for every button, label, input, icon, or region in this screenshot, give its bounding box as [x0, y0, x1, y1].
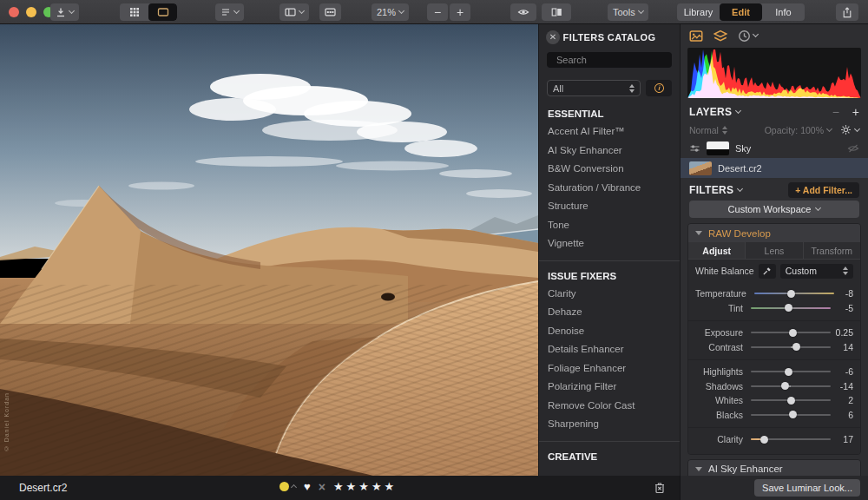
slider-track[interactable]: [751, 332, 831, 333]
tab-info[interactable]: Info: [762, 3, 805, 21]
catalog-filter-item[interactable]: Dehaze: [539, 303, 680, 322]
gear-icon[interactable]: [840, 124, 852, 135]
photo-canvas[interactable]: © Daniel Kordan: [0, 24, 538, 476]
chevron-down-icon[interactable]: [735, 108, 741, 114]
catalog-filter-item[interactable]: Structure: [539, 197, 680, 216]
filmstrip-toggle-button[interactable]: [319, 3, 341, 21]
slider-exposure: Exposure0.25: [695, 326, 853, 340]
slider-thumb[interactable]: [787, 397, 795, 405]
star-rating-4[interactable]: ★: [372, 480, 382, 494]
tab-adjust[interactable]: Adjust: [688, 242, 746, 259]
save-luminar-look-button[interactable]: Save Luminar Look...: [754, 479, 860, 497]
collapse-triangle-icon: [695, 231, 702, 235]
add-layer-button[interactable]: +: [852, 106, 859, 118]
catalog-filter-item[interactable]: Remove Color Cast: [539, 397, 680, 416]
slider-thumb[interactable]: [789, 411, 797, 418]
zoom-out-button[interactable]: −: [427, 3, 448, 21]
slider-track[interactable]: [754, 293, 834, 294]
catalog-filter-item[interactable]: Clarity: [539, 285, 680, 304]
catalog-filter-item[interactable]: Details Enhancer: [539, 340, 680, 359]
slider-thumb[interactable]: [785, 304, 792, 312]
slider-track[interactable]: [751, 307, 831, 309]
white-balance-value: Custom: [786, 266, 817, 276]
search-box[interactable]: [547, 52, 672, 68]
workspace-dropdown[interactable]: Custom Workspace: [689, 201, 859, 218]
trash-button[interactable]: [654, 481, 666, 496]
tab-edit[interactable]: Edit: [720, 3, 762, 21]
catalog-filter-item[interactable]: Tone: [539, 216, 680, 235]
slider-thumb[interactable]: [792, 343, 800, 351]
slider-label: Exposure: [695, 327, 751, 338]
slider-clarity: Clarity17: [695, 432, 853, 447]
tab-transform[interactable]: Transform: [804, 242, 860, 259]
slider-track[interactable]: [751, 346, 831, 348]
catalog-filter-item[interactable]: Foliage Enhancer: [539, 359, 680, 378]
catalog-filter-item[interactable]: B&W Conversion: [539, 160, 680, 179]
slider-thumb[interactable]: [760, 436, 768, 444]
ai-sky-enhancer-header[interactable]: AI Sky Enhancer: [688, 460, 860, 477]
slider-thumb[interactable]: [789, 329, 797, 337]
slider-track[interactable]: [751, 414, 831, 416]
opacity-dropdown[interactable]: Opacity: 100%: [765, 125, 824, 135]
layer-row-desert[interactable]: Desert.cr2: [681, 158, 868, 178]
catalog-info-button[interactable]: i: [646, 80, 672, 96]
layer-row-sky[interactable]: Sky: [681, 138, 868, 158]
window-close-button[interactable]: [9, 7, 19, 17]
search-input[interactable]: [556, 55, 680, 65]
close-icon[interactable]: ✕: [546, 30, 560, 44]
category-filter-dropdown[interactable]: All: [547, 80, 641, 96]
zoom-level-value: 21%: [377, 7, 396, 17]
slider-thumb[interactable]: [787, 290, 795, 298]
star-rating-3[interactable]: ★: [358, 480, 369, 494]
chevron-down-icon[interactable]: [737, 186, 743, 192]
star-rating-5[interactable]: ★: [385, 480, 395, 494]
share-button[interactable]: [836, 3, 858, 21]
histogram[interactable]: [687, 48, 861, 98]
tab-lens[interactable]: Lens: [746, 242, 803, 259]
star-rating-1[interactable]: ★: [333, 480, 344, 494]
sort-button[interactable]: [215, 3, 244, 21]
catalog-filter-item[interactable]: Accent AI Filter™: [539, 122, 680, 141]
catalog-filter-item[interactable]: Vignette: [539, 234, 680, 253]
export-button[interactable]: [50, 3, 79, 21]
slider-track[interactable]: [751, 371, 831, 372]
catalog-filter-item[interactable]: AI Sky Enhancer: [539, 141, 680, 161]
preview-button[interactable]: [510, 3, 536, 21]
side-panel-toggle-button[interactable]: [279, 3, 309, 21]
history-dropdown[interactable]: [738, 30, 758, 43]
add-filter-button[interactable]: + Add Filter...: [788, 182, 859, 198]
catalog-filter-item[interactable]: Saturation / Vibrance: [539, 179, 680, 198]
window-minimize-button[interactable]: [26, 7, 36, 17]
zoom-level-dropdown[interactable]: 21%: [372, 3, 409, 21]
compare-button[interactable]: [542, 3, 571, 21]
layers-panel-icon[interactable]: [713, 30, 727, 43]
single-view-button[interactable]: [148, 3, 177, 21]
tab-library[interactable]: Library: [677, 3, 720, 21]
slider-track[interactable]: [751, 399, 831, 401]
catalog-filter-item[interactable]: Sharpening: [539, 415, 680, 434]
filters-panel-icon[interactable]: [689, 30, 703, 43]
slider-track[interactable]: [751, 385, 831, 387]
raw-develop-header[interactable]: RAW Develop: [688, 224, 860, 242]
slider-track[interactable]: [751, 438, 831, 440]
reject-x-icon[interactable]: ×: [319, 481, 326, 493]
zoom-in-button[interactable]: +: [450, 3, 470, 21]
plus-glyph: +: [457, 6, 464, 18]
catalog-filter-item[interactable]: Polarizing Filter: [539, 378, 680, 397]
blend-mode-dropdown[interactable]: Normal: [689, 125, 719, 135]
slider-thumb[interactable]: [781, 382, 789, 390]
catalog-filter-item[interactable]: Denoise: [539, 322, 680, 341]
eyedropper-button[interactable]: [759, 264, 776, 279]
top-toolbar: 21% − + Tools Library E: [0, 0, 868, 24]
remove-layer-button[interactable]: −: [832, 106, 839, 118]
bottom-bar: Desert.cr2 ♥ × ★★★★★: [0, 476, 680, 500]
eye-hidden-icon[interactable]: [847, 143, 859, 154]
star-rating-2[interactable]: ★: [346, 480, 357, 494]
tools-dropdown[interactable]: Tools: [608, 3, 648, 21]
adjustments-icon: [689, 143, 700, 154]
color-label-dropdown[interactable]: [279, 482, 296, 491]
slider-thumb[interactable]: [785, 368, 792, 376]
white-balance-dropdown[interactable]: Custom: [780, 264, 853, 279]
grid-view-button[interactable]: [120, 3, 148, 21]
favorite-heart-icon[interactable]: ♥: [304, 481, 311, 492]
